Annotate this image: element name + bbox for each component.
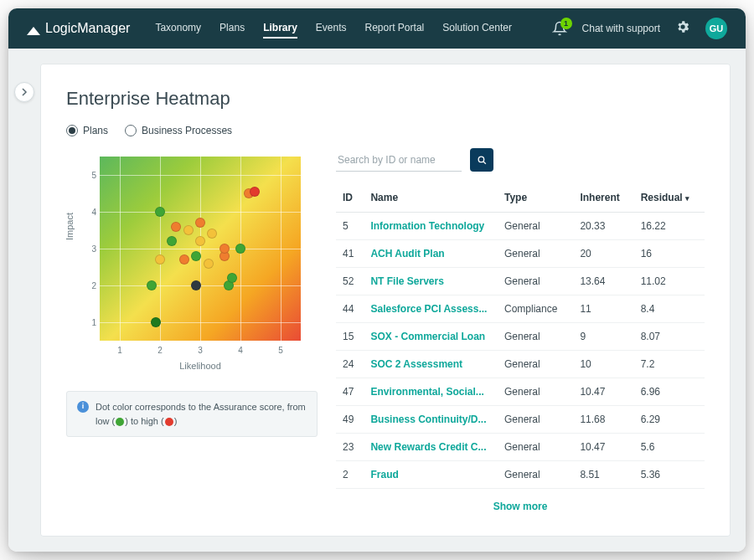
col-id[interactable]: ID <box>336 183 364 213</box>
chart-point[interactable] <box>207 229 217 239</box>
chart-point[interactable] <box>155 254 165 265</box>
nav-report-portal[interactable]: Report Portal <box>365 18 425 39</box>
legend-high-icon <box>165 418 173 426</box>
logo-mark-icon <box>27 22 40 35</box>
user-avatar[interactable]: GU <box>705 18 727 39</box>
nav-taxonomy[interactable]: Taxonomy <box>155 18 201 39</box>
table-row: 49Business Continuity/D...General11.686.… <box>336 406 705 434</box>
chart-point[interactable] <box>155 207 165 217</box>
plan-link[interactable]: New Rewards Credit C... <box>364 434 498 461</box>
radio-dot-icon <box>125 125 137 136</box>
chart-point[interactable] <box>191 280 201 290</box>
plan-link[interactable]: Information Technology <box>364 213 498 240</box>
table-row: 47Environmental, Social...General10.476.… <box>336 378 705 406</box>
chat-support-link[interactable]: Chat with support <box>582 23 660 34</box>
heatmap-chart: Impact Likelihood 1234512345 <box>66 148 318 383</box>
table-row: 52NT File ServersGeneral13.6411.02 <box>336 268 705 295</box>
notif-badge: 1 <box>560 18 572 29</box>
settings-button[interactable] <box>675 19 690 38</box>
chart-point[interactable] <box>171 222 181 232</box>
plan-link[interactable]: Environmental, Social... <box>364 378 498 406</box>
table-row: 41ACH Audit PlanGeneral2016 <box>336 240 705 268</box>
col-name[interactable]: Name <box>364 183 498 213</box>
col-inherent[interactable]: Inherent <box>573 183 633 213</box>
table-row: 2FraudGeneral8.515.36 <box>336 461 705 489</box>
chart-point[interactable] <box>191 251 201 261</box>
plan-link[interactable]: SOC 2 Assessment <box>364 351 498 378</box>
chart-point[interactable] <box>227 273 237 283</box>
results-table: ID Name Type Inherent Residual 5Informat… <box>336 183 705 489</box>
y-axis-label: Impact <box>65 213 75 240</box>
table-row: 15SOX - Commercial LoanGeneral98.07 <box>336 323 705 351</box>
chart-point[interactable] <box>204 259 214 269</box>
radio-business-processes[interactable]: Business Processes <box>125 125 232 136</box>
main-panel: Enterprise Heatmap Plans Business Proces… <box>40 64 731 537</box>
svg-point-0 <box>478 157 484 162</box>
side-rail <box>8 49 40 552</box>
plan-link[interactable]: SOX - Commercial Loan <box>364 323 498 351</box>
page-title: Enterprise Heatmap <box>66 88 705 110</box>
plan-link[interactable]: Salesforce PCI Assess... <box>364 295 498 323</box>
info-icon: i <box>77 401 89 413</box>
chart-point[interactable] <box>147 280 157 290</box>
table-row: 44Salesforce PCI Assess...Compliance118.… <box>336 295 705 323</box>
chart-point[interactable] <box>250 187 260 197</box>
legend-low-icon <box>116 418 124 426</box>
chart-point[interactable] <box>195 236 205 246</box>
brand-logo[interactable]: LogicManager <box>27 21 130 36</box>
col-residual[interactable]: Residual <box>634 183 705 213</box>
expand-sidebar-button[interactable] <box>14 82 34 102</box>
nav-plans[interactable]: Plans <box>219 18 245 39</box>
chart-point[interactable] <box>167 236 177 246</box>
chart-point[interactable] <box>219 244 230 254</box>
chart-point[interactable] <box>179 254 189 265</box>
notifications-button[interactable]: 1 <box>552 21 567 36</box>
chart-legend: i Dot color corresponds to the Assurance… <box>66 391 318 437</box>
x-axis-label: Likelihood <box>100 361 301 371</box>
nav-solution-center[interactable]: Solution Center <box>442 18 512 39</box>
radio-dot-icon <box>66 125 78 136</box>
plan-link[interactable]: NT File Servers <box>364 268 498 295</box>
plan-link[interactable]: ACH Audit Plan <box>364 240 498 268</box>
chart-point[interactable] <box>183 225 194 235</box>
col-type[interactable]: Type <box>498 183 573 213</box>
chart-point[interactable] <box>195 218 205 228</box>
table-row: 24SOC 2 AssessmentGeneral107.2 <box>336 351 705 378</box>
nav-events[interactable]: Events <box>316 18 347 39</box>
search-input[interactable] <box>336 149 462 172</box>
chart-point[interactable] <box>151 317 161 327</box>
topbar: LogicManager TaxonomyPlansLibraryEventsR… <box>8 8 746 49</box>
brand-name: LogicManager <box>45 21 130 36</box>
table-row: 23New Rewards Credit C...General10.475.6 <box>336 434 705 461</box>
search-button[interactable] <box>470 148 493 172</box>
main-nav: TaxonomyPlansLibraryEventsReport PortalS… <box>155 18 512 39</box>
plan-link[interactable]: Business Continuity/D... <box>364 406 498 434</box>
radio-plans[interactable]: Plans <box>66 125 108 136</box>
table-row: 5Information TechnologyGeneral20.3316.22 <box>336 213 705 240</box>
nav-library[interactable]: Library <box>263 18 297 39</box>
plan-link[interactable]: Fraud <box>364 461 498 489</box>
view-mode-radios: Plans Business Processes <box>66 125 705 136</box>
chart-point[interactable] <box>235 244 245 254</box>
show-more-link[interactable]: Show more <box>336 489 705 524</box>
